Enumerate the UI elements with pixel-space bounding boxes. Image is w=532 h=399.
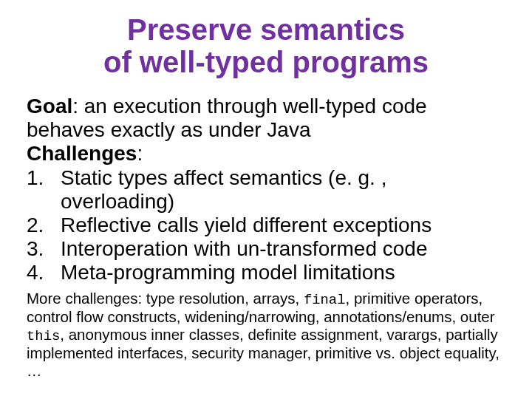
list-number: 4. bbox=[27, 261, 61, 284]
code-this: this bbox=[27, 328, 60, 344]
list-text: Reflective calls yield different excepti… bbox=[61, 214, 432, 237]
list-text: Meta-programming model limitations bbox=[61, 261, 395, 284]
list-text: Static types affect semantics (e. g. , o… bbox=[61, 166, 505, 214]
slide-title: Preserve semantics of well-typed program… bbox=[27, 13, 505, 78]
list-text: Interoperation with un-transformed code bbox=[61, 237, 428, 261]
title-line-1: Preserve semantics bbox=[127, 13, 405, 46]
list-number: 1. bbox=[27, 166, 61, 214]
title-line-2: of well-typed programs bbox=[103, 46, 429, 78]
list-number: 3. bbox=[27, 237, 61, 261]
challenges-line: Challenges: bbox=[27, 142, 505, 166]
challenges-label: Challenges bbox=[27, 142, 137, 165]
more-text-c: , anonymous inner classes, definite assi… bbox=[27, 326, 499, 379]
goal-line: Goal: an execution through well-typed co… bbox=[27, 95, 505, 142]
more-text-a: More challenges: type resolution, arrays… bbox=[27, 290, 304, 307]
code-final: final bbox=[304, 292, 346, 308]
challenges-colon: : bbox=[137, 142, 143, 165]
slide-body: Goal: an execution through well-typed co… bbox=[27, 95, 505, 285]
more-challenges: More challenges: type resolution, arrays… bbox=[27, 290, 505, 380]
list-item: 4. Meta-programming model limitations bbox=[27, 261, 505, 284]
goal-text: : an execution through well-typed code b… bbox=[27, 95, 427, 141]
list-number: 2. bbox=[27, 214, 61, 237]
list-item: 1. Static types affect semantics (e. g. … bbox=[27, 166, 505, 214]
goal-label: Goal bbox=[27, 95, 72, 117]
list-item: 3. Interoperation with un-transformed co… bbox=[27, 237, 505, 261]
list-item: 2. Reflective calls yield different exce… bbox=[27, 214, 505, 237]
